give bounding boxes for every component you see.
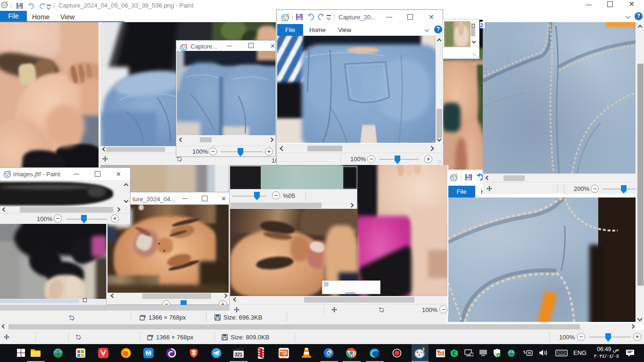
- svg-text:321: 321: [235, 352, 243, 357]
